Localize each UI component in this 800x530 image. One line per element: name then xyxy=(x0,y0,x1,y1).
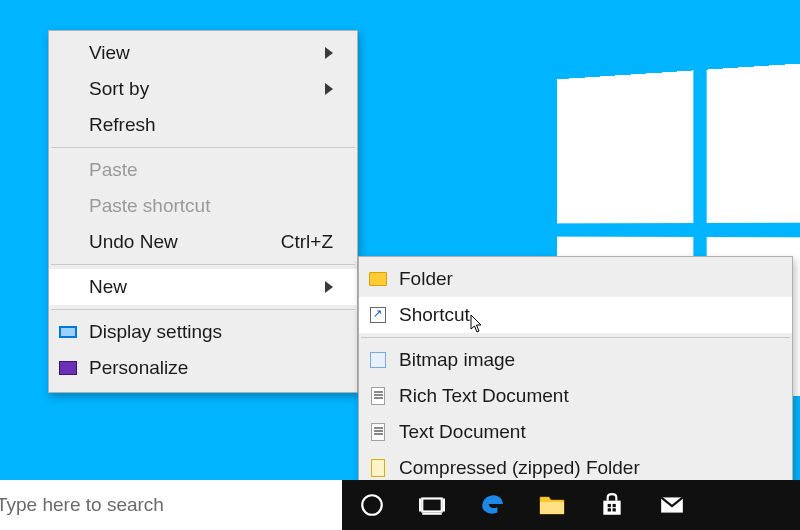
taskbar-file-explorer-button[interactable] xyxy=(522,480,582,530)
menu-item-label: Bitmap image xyxy=(399,349,768,371)
menu-item-label: Display settings xyxy=(89,321,333,343)
svg-rect-6 xyxy=(608,504,611,507)
search-placeholder-text: Type here to search xyxy=(0,494,164,516)
menu-item-label: Undo New xyxy=(89,231,281,253)
menu-item-label: Text Document xyxy=(399,421,768,443)
svg-rect-7 xyxy=(613,504,616,507)
svg-rect-9 xyxy=(613,508,616,511)
submenu-item-folder[interactable]: Folder xyxy=(359,261,792,297)
taskbar-pinned-apps xyxy=(342,480,702,530)
menu-item-label: View xyxy=(89,42,325,64)
zip-icon xyxy=(369,459,387,477)
menu-item-label: Sort by xyxy=(89,78,325,100)
menu-item-sort-by[interactable]: Sort by xyxy=(49,71,357,107)
chevron-right-icon xyxy=(325,47,333,59)
taskbar-store-button[interactable] xyxy=(582,480,642,530)
svg-rect-8 xyxy=(608,508,611,511)
txt-icon xyxy=(369,423,387,441)
menu-item-accelerator: Ctrl+Z xyxy=(281,231,333,253)
menu-item-view[interactable]: View xyxy=(49,35,357,71)
taskbar: Type here to search xyxy=(0,480,800,530)
new-submenu: Folder Shortcut Bitmap image Rich Text D… xyxy=(358,256,793,493)
svg-rect-5 xyxy=(540,502,564,514)
menu-item-label: Paste shortcut xyxy=(89,195,333,217)
bitmap-icon xyxy=(369,351,387,369)
taskbar-task-view-button[interactable] xyxy=(402,480,462,530)
submenu-item-shortcut[interactable]: Shortcut xyxy=(359,297,792,333)
menu-separator xyxy=(361,337,790,338)
menu-item-refresh[interactable]: Refresh xyxy=(49,107,357,143)
menu-item-label: Paste xyxy=(89,159,333,181)
menu-separator xyxy=(51,147,355,148)
menu-item-label: Folder xyxy=(399,268,768,290)
edge-icon xyxy=(479,492,505,518)
personalize-icon xyxy=(59,359,77,377)
file-explorer-icon xyxy=(538,493,566,517)
store-icon xyxy=(599,492,625,518)
mail-icon xyxy=(659,492,685,518)
menu-item-label: Shortcut xyxy=(399,304,768,326)
folder-icon xyxy=(369,270,387,288)
desktop-context-menu: View Sort by Refresh Paste Paste shortcu… xyxy=(48,30,358,393)
svg-point-0 xyxy=(362,495,382,515)
menu-item-label: Compressed (zipped) Folder xyxy=(399,457,768,479)
display-icon xyxy=(59,323,77,341)
menu-item-label: Personalize xyxy=(89,357,333,379)
submenu-item-text-document[interactable]: Text Document xyxy=(359,414,792,450)
menu-item-new[interactable]: New xyxy=(49,269,357,305)
menu-item-label: New xyxy=(89,276,325,298)
chevron-right-icon xyxy=(325,83,333,95)
taskbar-mail-button[interactable] xyxy=(642,480,702,530)
menu-item-display-settings[interactable]: Display settings xyxy=(49,314,357,350)
menu-separator xyxy=(51,264,355,265)
menu-separator xyxy=(51,309,355,310)
rtf-icon xyxy=(369,387,387,405)
menu-item-paste: Paste xyxy=(49,152,357,188)
taskbar-edge-button[interactable] xyxy=(462,480,522,530)
cortana-icon xyxy=(359,492,385,518)
svg-rect-1 xyxy=(422,499,442,512)
menu-item-paste-shortcut: Paste shortcut xyxy=(49,188,357,224)
chevron-right-icon xyxy=(325,281,333,293)
menu-item-label: Refresh xyxy=(89,114,333,136)
shortcut-icon xyxy=(369,306,387,324)
submenu-item-rich-text-document[interactable]: Rich Text Document xyxy=(359,378,792,414)
menu-item-undo-new[interactable]: Undo New Ctrl+Z xyxy=(49,224,357,260)
menu-item-label: Rich Text Document xyxy=(399,385,768,407)
taskbar-search-box[interactable]: Type here to search xyxy=(0,480,342,530)
menu-item-personalize[interactable]: Personalize xyxy=(49,350,357,386)
taskbar-cortana-button[interactable] xyxy=(342,480,402,530)
task-view-icon xyxy=(419,492,445,518)
submenu-item-bitmap-image[interactable]: Bitmap image xyxy=(359,342,792,378)
